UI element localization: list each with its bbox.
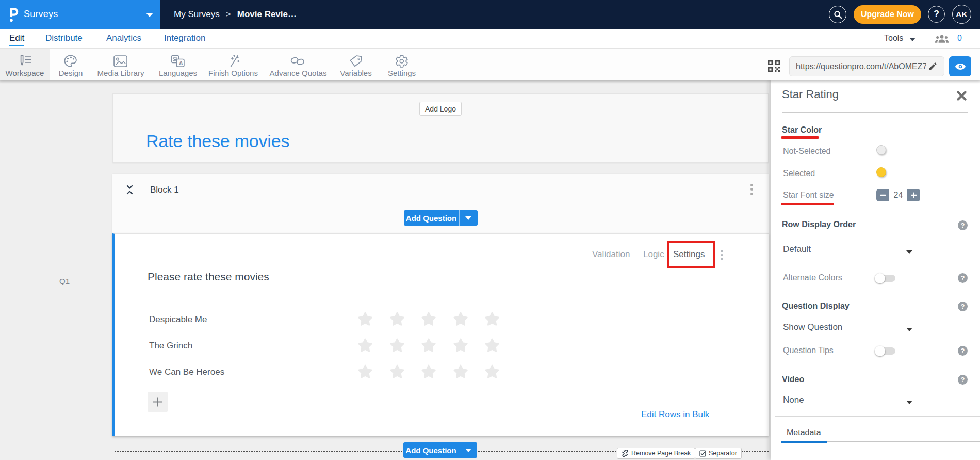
questionpro-survey-editor: Surveys My Surveys>Movie Revie… Upgrade … (0, 0, 980, 460)
rating-row-stars[interactable] (357, 338, 500, 353)
star-icon[interactable] (421, 338, 436, 353)
collapse-block-icon[interactable] (126, 185, 133, 195)
row-display-order-select[interactable]: Default (783, 244, 811, 255)
question-display-help-icon[interactable]: ? (958, 302, 968, 311)
finish-options-icon (225, 54, 241, 68)
qr-code-icon[interactable] (767, 60, 780, 72)
alternate-colors-toggle[interactable] (876, 275, 895, 282)
add-row-button[interactable] (148, 392, 168, 412)
separator-button[interactable]: Separator (695, 448, 742, 459)
block-menu-button[interactable] (748, 180, 755, 199)
question-logic-link[interactable]: Logic (643, 249, 664, 260)
video-heading: Video (782, 375, 804, 384)
remove-page-break-button[interactable]: Remove Page Break (617, 448, 695, 459)
survey-link-input[interactable] (789, 56, 944, 76)
toolbar-item-finish-options[interactable]: Finish Options (208, 49, 258, 80)
breadcrumb-survey-name[interactable]: Movie Revie… (237, 9, 297, 19)
star-icon[interactable] (453, 364, 468, 379)
question-validation-link[interactable]: Validation (592, 249, 630, 260)
font-size-decrease-button[interactable] (876, 189, 889, 201)
collaborators-icon[interactable] (935, 34, 949, 44)
top-navbar: Surveys My Surveys>Movie Revie… Upgrade … (0, 0, 980, 29)
video-select[interactable]: None (783, 395, 804, 405)
add-question-row: Add Question (112, 204, 769, 233)
star-icon[interactable] (357, 312, 373, 327)
help-button[interactable]: ? (928, 6, 945, 23)
tab-distribute[interactable]: Distribute (45, 33, 83, 43)
collaborators-count[interactable]: 0 (957, 34, 962, 43)
workspace-icon (18, 54, 32, 68)
font-size-increase-button[interactable] (907, 189, 920, 201)
rating-row-label[interactable]: Despicable Me (149, 314, 207, 325)
rating-row-label[interactable]: The Grinch (149, 341, 192, 351)
star-icon[interactable] (389, 364, 405, 379)
question-tips-toggle[interactable] (876, 347, 895, 355)
toolbar-item-settings[interactable]: Settings (388, 49, 416, 80)
star-icon[interactable] (357, 338, 373, 353)
alternate-colors-help-icon[interactable]: ? (958, 273, 968, 283)
alternate-colors-label: Alternate Colors (783, 273, 842, 282)
star-icon[interactable] (453, 338, 468, 353)
toolbar-item-workspace[interactable]: Workspace (6, 49, 44, 80)
tab-metadata[interactable]: Metadata (787, 428, 821, 437)
editor-canvas: Add Logo Rate these movies Block 1 Add Q… (0, 80, 980, 460)
star-icon[interactable] (484, 312, 500, 327)
toolbar-item-languages[interactable]: A Languages (159, 49, 197, 80)
breadcrumb-my-surveys[interactable]: My Surveys (174, 9, 220, 19)
not-selected-color-swatch[interactable] (876, 145, 886, 155)
add-logo-button[interactable]: Add Logo (419, 102, 462, 116)
add-question-split-button: Add Question (404, 210, 478, 226)
star-icon[interactable] (357, 364, 373, 379)
edit-rows-in-bulk-link[interactable]: Edit Rows in Bulk (641, 409, 709, 420)
survey-title[interactable]: Rate these movies (146, 131, 289, 151)
star-icon[interactable] (453, 312, 468, 327)
star-icon[interactable] (484, 338, 500, 353)
tab-integration[interactable]: Integration (164, 33, 205, 43)
toolbar-label-variables: Variables (340, 69, 371, 77)
rating-row-stars[interactable] (357, 312, 500, 327)
add-question-button[interactable]: Add Question (404, 210, 459, 226)
star-icon[interactable] (421, 364, 436, 379)
preview-button[interactable] (949, 56, 971, 76)
close-panel-icon[interactable] (956, 90, 967, 101)
font-size-value-input[interactable] (889, 189, 907, 201)
product-switcher[interactable]: Surveys (0, 0, 160, 29)
search-button[interactable] (829, 6, 846, 23)
add-question-dropdown-button[interactable] (459, 210, 478, 226)
question-title[interactable]: Please rate these movies (148, 271, 269, 283)
remove-page-break-label: Remove Page Break (631, 450, 691, 457)
star-icon[interactable] (421, 312, 436, 327)
star-icon[interactable] (389, 312, 405, 327)
star-icon[interactable] (484, 364, 500, 379)
edit-link-pencil-icon[interactable] (928, 61, 938, 71)
tools-menu[interactable]: Tools (884, 34, 903, 43)
toolbar-item-advance-quotas[interactable]: Advance Quotas (270, 49, 327, 80)
block-title[interactable]: Block 1 (150, 185, 179, 195)
design-icon (63, 54, 78, 68)
toolbar-item-variables[interactable]: Variables (340, 49, 371, 80)
selected-label: Selected (783, 169, 815, 178)
row-display-order-help-icon[interactable]: ? (958, 220, 968, 230)
rating-row-label[interactable]: We Can Be Heroes (149, 367, 224, 377)
broken-link-icon (622, 450, 629, 457)
star-icon[interactable] (389, 338, 405, 353)
video-help-icon[interactable]: ? (958, 375, 968, 385)
avatar[interactable]: AK (952, 5, 971, 24)
selected-color-swatch[interactable] (876, 167, 886, 177)
toolbar-item-media-library[interactable]: Media Library (97, 49, 144, 80)
svg-text:A: A (179, 60, 183, 66)
tab-analytics[interactable]: Analytics (106, 33, 141, 43)
rating-row-stars[interactable] (357, 364, 500, 379)
toolbar-label-finish-options: Finish Options (208, 69, 258, 77)
add-question-dropdown-button[interactable] (459, 442, 477, 458)
question-display-select[interactable]: Show Question (783, 322, 842, 332)
toolbar-item-design[interactable]: Design (59, 49, 83, 80)
add-question-button[interactable]: Add Question (403, 442, 459, 458)
question-settings-link[interactable]: Settings (673, 249, 705, 261)
upgrade-now-button[interactable]: Upgrade Now (854, 5, 921, 24)
question-menu-button[interactable] (718, 246, 725, 264)
question-tips-help-icon[interactable]: ? (958, 346, 968, 356)
tab-edit[interactable]: Edit (9, 33, 24, 46)
panel-divider (782, 112, 968, 113)
block-card: Block 1 Add Question Validation Logic Se… (112, 174, 769, 436)
